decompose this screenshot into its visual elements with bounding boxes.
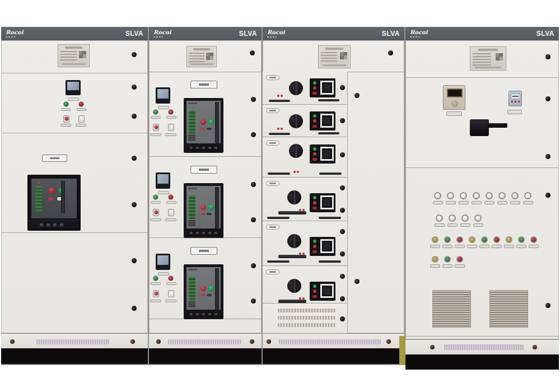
drawer-handle [319,260,341,263]
indicator-unit [447,214,458,227]
drawer-meter-panel [310,282,335,301]
reset-button [312,158,317,161]
breaker-state-window [207,294,212,296]
drawer-handle [319,172,342,175]
breaker-trip-indicator [200,128,205,130]
drawer-handle [269,133,290,135]
device-label [446,111,462,116]
light-label [151,282,161,285]
rotary-switch-knob [289,114,303,128]
indicator-unit [454,256,465,268]
rotary-switch-knob [289,144,303,158]
screw-icon [388,50,393,55]
indicator-unit [434,214,445,227]
screw-icon [132,306,137,311]
breaker-state-window [207,128,212,130]
button-label [150,218,161,221]
meter-screen [157,89,169,99]
indicator-label [442,264,452,268]
meter-screen [157,174,169,184]
screw-icon [545,154,550,159]
cabinet-joint-strip [399,336,405,365]
drawer-label-plate [266,225,279,230]
meter-display [320,195,334,209]
indicator-label [529,245,539,248]
drawer-handle [318,99,339,101]
air-circuit-breaker [27,175,81,231]
indicator-unit [528,236,539,248]
screw-icon [545,303,550,308]
feeder-drawer [263,221,347,266]
indicator-light-yellow [432,236,438,243]
nameplate-footer [323,64,347,66]
indicator-label [433,201,443,204]
meter-display [320,147,334,161]
screw-icon [386,339,391,344]
vent-slots [278,323,336,327]
screw-icon [340,274,345,279]
screw-icon [340,251,345,256]
rating-nameplate [186,46,217,67]
feeder-drawer [263,72,347,105]
indicator-label [446,201,456,204]
indicator-light-white [461,214,469,222]
breaker-off-button [200,119,206,125]
screw-icon [430,345,435,349]
screw-icon [340,152,345,157]
indicator-row [432,192,533,204]
nameplate-text-lines [189,53,204,62]
screw-icon [267,339,271,344]
start-pushbutton [78,115,85,123]
indicator-light-red [530,236,537,243]
breaker-vent [188,135,195,141]
indicator-light-red [456,256,463,263]
drawer-indicator-lights [293,171,299,173]
indicator-light-white [434,192,441,199]
indicator-light-red [313,290,316,293]
rotary-switch-knob [289,81,303,95]
indicator-unit [471,192,482,204]
circuit-label-plate [42,155,67,162]
indicator-light-white [460,192,467,199]
breaker-off-button [49,188,55,194]
indicator-unit [460,214,470,227]
indicator-light-yellow [506,236,512,243]
power-meter [508,91,522,106]
drawer-handle [267,260,290,263]
drawer-label-plate [266,75,279,80]
indicator-row [430,236,539,248]
start-pushbutton [168,209,174,216]
breaker-on-button [208,204,214,210]
cabinet-door [405,40,559,339]
vent-grille [489,290,528,328]
indicator-light-green [313,284,316,288]
drawer-meter-panel [310,111,335,130]
screw-icon [340,316,345,321]
meter-screen [511,94,520,99]
screw-icon [132,52,137,57]
button-label [76,124,86,127]
rating-nameplate [58,44,90,67]
feeder-drawer [263,105,347,137]
indicator-light-green [313,147,316,151]
drawout-breaker-bay [149,238,262,319]
breaker-rating-plate [35,186,42,213]
screw-icon [340,296,345,301]
indicator-light-green [313,81,316,85]
rating-nameplate [318,45,351,68]
indicator-light-white [436,214,443,222]
racking-handle [278,211,306,214]
drawer-indicator-lights [277,95,283,97]
breaker-off-button [200,204,206,210]
indicator-light-red [168,194,174,200]
breaker-rating-plate [189,277,195,300]
nameplate-title [65,46,82,49]
screw-icon [340,229,345,234]
screw-icon [545,54,550,59]
nameplate-text-lines [473,53,491,66]
indicator-unit [466,236,477,248]
screw-icon [251,263,256,268]
drawer-handle [269,100,290,102]
indicator-label [473,223,483,227]
meter-label [158,191,169,194]
